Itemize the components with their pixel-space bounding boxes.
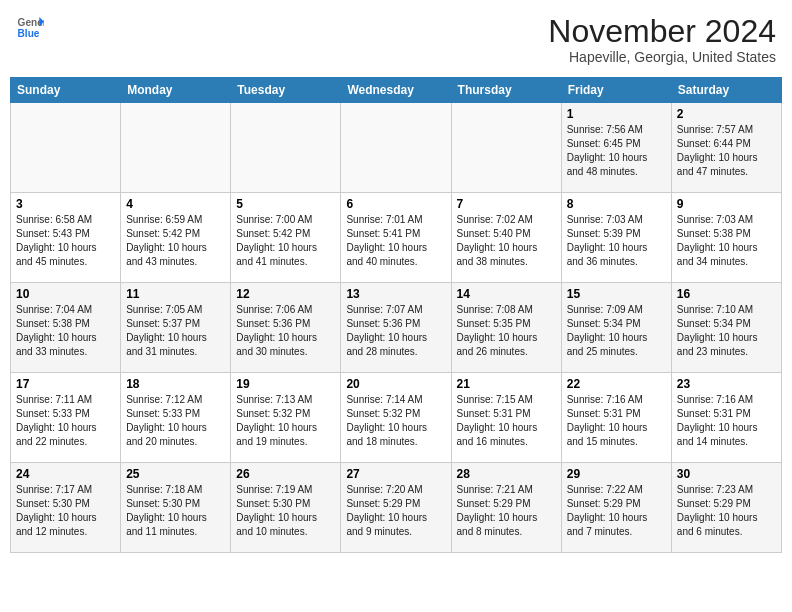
day-info: Sunrise: 7:04 AMSunset: 5:38 PMDaylight:… <box>16 303 115 359</box>
day-cell: 8Sunrise: 7:03 AMSunset: 5:39 PMDaylight… <box>561 193 671 283</box>
day-number: 21 <box>457 377 556 391</box>
week-row-2: 3Sunrise: 6:58 AMSunset: 5:43 PMDaylight… <box>11 193 782 283</box>
day-number: 26 <box>236 467 335 481</box>
day-number: 27 <box>346 467 445 481</box>
day-info: Sunrise: 7:21 AMSunset: 5:29 PMDaylight:… <box>457 483 556 539</box>
day-number: 17 <box>16 377 115 391</box>
month-title: November 2024 <box>548 14 776 49</box>
day-cell: 25Sunrise: 7:18 AMSunset: 5:30 PMDayligh… <box>121 463 231 553</box>
week-row-3: 10Sunrise: 7:04 AMSunset: 5:38 PMDayligh… <box>11 283 782 373</box>
day-cell: 18Sunrise: 7:12 AMSunset: 5:33 PMDayligh… <box>121 373 231 463</box>
day-number: 24 <box>16 467 115 481</box>
day-cell <box>341 103 451 193</box>
day-cell <box>451 103 561 193</box>
day-info: Sunrise: 7:16 AMSunset: 5:31 PMDaylight:… <box>567 393 666 449</box>
day-cell: 28Sunrise: 7:21 AMSunset: 5:29 PMDayligh… <box>451 463 561 553</box>
day-info: Sunrise: 7:09 AMSunset: 5:34 PMDaylight:… <box>567 303 666 359</box>
day-cell: 20Sunrise: 7:14 AMSunset: 5:32 PMDayligh… <box>341 373 451 463</box>
day-number: 19 <box>236 377 335 391</box>
day-cell: 23Sunrise: 7:16 AMSunset: 5:31 PMDayligh… <box>671 373 781 463</box>
day-cell: 7Sunrise: 7:02 AMSunset: 5:40 PMDaylight… <box>451 193 561 283</box>
day-number: 1 <box>567 107 666 121</box>
day-cell <box>231 103 341 193</box>
day-cell: 3Sunrise: 6:58 AMSunset: 5:43 PMDaylight… <box>11 193 121 283</box>
day-info: Sunrise: 7:15 AMSunset: 5:31 PMDaylight:… <box>457 393 556 449</box>
week-row-5: 24Sunrise: 7:17 AMSunset: 5:30 PMDayligh… <box>11 463 782 553</box>
day-number: 11 <box>126 287 225 301</box>
day-number: 18 <box>126 377 225 391</box>
day-number: 29 <box>567 467 666 481</box>
calendar-table: SundayMondayTuesdayWednesdayThursdayFrid… <box>10 77 782 553</box>
day-number: 3 <box>16 197 115 211</box>
day-cell: 12Sunrise: 7:06 AMSunset: 5:36 PMDayligh… <box>231 283 341 373</box>
day-info: Sunrise: 7:19 AMSunset: 5:30 PMDaylight:… <box>236 483 335 539</box>
day-cell: 29Sunrise: 7:22 AMSunset: 5:29 PMDayligh… <box>561 463 671 553</box>
location: Hapeville, Georgia, United States <box>548 49 776 65</box>
day-cell: 19Sunrise: 7:13 AMSunset: 5:32 PMDayligh… <box>231 373 341 463</box>
day-cell: 4Sunrise: 6:59 AMSunset: 5:42 PMDaylight… <box>121 193 231 283</box>
day-info: Sunrise: 7:06 AMSunset: 5:36 PMDaylight:… <box>236 303 335 359</box>
day-cell <box>121 103 231 193</box>
day-cell: 30Sunrise: 7:23 AMSunset: 5:29 PMDayligh… <box>671 463 781 553</box>
day-number: 25 <box>126 467 225 481</box>
day-number: 9 <box>677 197 776 211</box>
day-number: 2 <box>677 107 776 121</box>
day-info: Sunrise: 7:22 AMSunset: 5:29 PMDaylight:… <box>567 483 666 539</box>
logo-icon: General Blue <box>16 14 44 42</box>
day-info: Sunrise: 7:11 AMSunset: 5:33 PMDaylight:… <box>16 393 115 449</box>
weekday-header-sunday: Sunday <box>11 78 121 103</box>
title-section: November 2024 Hapeville, Georgia, United… <box>548 14 776 65</box>
day-cell: 24Sunrise: 7:17 AMSunset: 5:30 PMDayligh… <box>11 463 121 553</box>
day-info: Sunrise: 7:02 AMSunset: 5:40 PMDaylight:… <box>457 213 556 269</box>
day-cell: 26Sunrise: 7:19 AMSunset: 5:30 PMDayligh… <box>231 463 341 553</box>
day-cell: 22Sunrise: 7:16 AMSunset: 5:31 PMDayligh… <box>561 373 671 463</box>
weekday-header-tuesday: Tuesday <box>231 78 341 103</box>
day-info: Sunrise: 7:56 AMSunset: 6:45 PMDaylight:… <box>567 123 666 179</box>
day-cell: 5Sunrise: 7:00 AMSunset: 5:42 PMDaylight… <box>231 193 341 283</box>
day-info: Sunrise: 7:03 AMSunset: 5:39 PMDaylight:… <box>567 213 666 269</box>
day-number: 6 <box>346 197 445 211</box>
day-cell: 16Sunrise: 7:10 AMSunset: 5:34 PMDayligh… <box>671 283 781 373</box>
svg-text:Blue: Blue <box>18 28 40 39</box>
day-number: 13 <box>346 287 445 301</box>
day-info: Sunrise: 7:05 AMSunset: 5:37 PMDaylight:… <box>126 303 225 359</box>
day-number: 8 <box>567 197 666 211</box>
day-info: Sunrise: 7:20 AMSunset: 5:29 PMDaylight:… <box>346 483 445 539</box>
day-info: Sunrise: 7:14 AMSunset: 5:32 PMDaylight:… <box>346 393 445 449</box>
day-info: Sunrise: 6:58 AMSunset: 5:43 PMDaylight:… <box>16 213 115 269</box>
weekday-header-saturday: Saturday <box>671 78 781 103</box>
weekday-header-friday: Friday <box>561 78 671 103</box>
day-cell: 15Sunrise: 7:09 AMSunset: 5:34 PMDayligh… <box>561 283 671 373</box>
day-number: 20 <box>346 377 445 391</box>
day-cell: 13Sunrise: 7:07 AMSunset: 5:36 PMDayligh… <box>341 283 451 373</box>
day-cell: 21Sunrise: 7:15 AMSunset: 5:31 PMDayligh… <box>451 373 561 463</box>
day-info: Sunrise: 7:07 AMSunset: 5:36 PMDaylight:… <box>346 303 445 359</box>
day-info: Sunrise: 6:59 AMSunset: 5:42 PMDaylight:… <box>126 213 225 269</box>
day-info: Sunrise: 7:08 AMSunset: 5:35 PMDaylight:… <box>457 303 556 359</box>
day-info: Sunrise: 7:00 AMSunset: 5:42 PMDaylight:… <box>236 213 335 269</box>
day-number: 5 <box>236 197 335 211</box>
day-cell: 17Sunrise: 7:11 AMSunset: 5:33 PMDayligh… <box>11 373 121 463</box>
day-number: 23 <box>677 377 776 391</box>
day-info: Sunrise: 7:18 AMSunset: 5:30 PMDaylight:… <box>126 483 225 539</box>
day-number: 16 <box>677 287 776 301</box>
day-info: Sunrise: 7:23 AMSunset: 5:29 PMDaylight:… <box>677 483 776 539</box>
weekday-header-thursday: Thursday <box>451 78 561 103</box>
day-number: 22 <box>567 377 666 391</box>
day-number: 12 <box>236 287 335 301</box>
day-info: Sunrise: 7:10 AMSunset: 5:34 PMDaylight:… <box>677 303 776 359</box>
day-info: Sunrise: 7:16 AMSunset: 5:31 PMDaylight:… <box>677 393 776 449</box>
day-number: 10 <box>16 287 115 301</box>
day-number: 28 <box>457 467 556 481</box>
day-cell: 11Sunrise: 7:05 AMSunset: 5:37 PMDayligh… <box>121 283 231 373</box>
week-row-4: 17Sunrise: 7:11 AMSunset: 5:33 PMDayligh… <box>11 373 782 463</box>
day-cell: 2Sunrise: 7:57 AMSunset: 6:44 PMDaylight… <box>671 103 781 193</box>
page-header: General Blue November 2024 Hapeville, Ge… <box>10 10 782 69</box>
day-cell: 6Sunrise: 7:01 AMSunset: 5:41 PMDaylight… <box>341 193 451 283</box>
day-cell: 14Sunrise: 7:08 AMSunset: 5:35 PMDayligh… <box>451 283 561 373</box>
day-info: Sunrise: 7:57 AMSunset: 6:44 PMDaylight:… <box>677 123 776 179</box>
logo: General Blue <box>16 14 44 42</box>
day-number: 4 <box>126 197 225 211</box>
weekday-header-monday: Monday <box>121 78 231 103</box>
day-number: 14 <box>457 287 556 301</box>
